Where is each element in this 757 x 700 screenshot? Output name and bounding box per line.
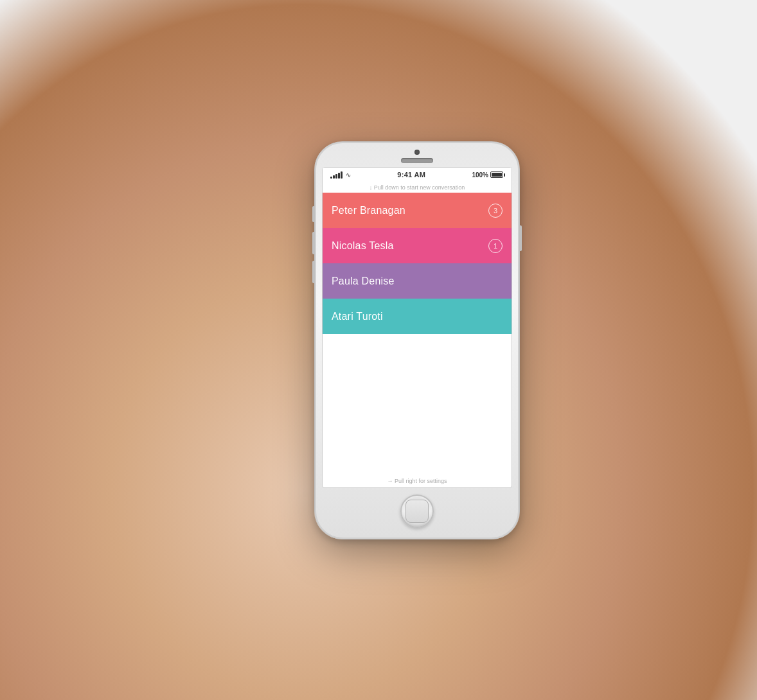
unread-badge-nicolas: 1 bbox=[488, 239, 503, 253]
pull-right-hint: → Pull right for settings bbox=[323, 475, 512, 487]
conversation-item-peter[interactable]: Peter Branagan 3 bbox=[323, 193, 512, 228]
conversation-item-nicolas[interactable]: Nicolas Tesla 1 bbox=[323, 228, 512, 263]
speaker bbox=[401, 158, 433, 163]
phone-screen: ∿ 9:41 AM 100% ↓ Pull down to start new … bbox=[322, 167, 512, 488]
status-right: 100% bbox=[472, 171, 505, 179]
battery-icon bbox=[490, 171, 505, 178]
conversation-item-paula[interactable]: Paula Denise bbox=[323, 263, 512, 299]
signal-bar-3 bbox=[335, 174, 337, 179]
signal-bar-4 bbox=[338, 173, 340, 179]
phone-body: ∿ 9:41 AM 100% ↓ Pull down to start new … bbox=[314, 141, 520, 539]
mute-button bbox=[312, 206, 315, 222]
status-bar: ∿ 9:41 AM 100% bbox=[323, 168, 512, 182]
signal-bar-5 bbox=[341, 171, 343, 179]
home-button[interactable] bbox=[400, 494, 434, 528]
status-left: ∿ bbox=[329, 171, 351, 179]
conversation-list: Peter Branagan 3 Nicolas Tesla 1 Paula D… bbox=[323, 193, 512, 334]
battery-percent: 100% bbox=[472, 171, 488, 179]
signal-bar-1 bbox=[330, 177, 332, 179]
wifi-icon: ∿ bbox=[346, 171, 351, 179]
status-time: 9:41 AM bbox=[397, 171, 425, 179]
contact-name-atari: Atari Turoti bbox=[332, 311, 503, 322]
contact-name-nicolas: Nicolas Tesla bbox=[332, 240, 488, 252]
empty-area bbox=[323, 334, 512, 475]
camera bbox=[414, 150, 420, 155]
phone-mockup: ∿ 9:41 AM 100% ↓ Pull down to start new … bbox=[314, 141, 520, 539]
home-button-inner bbox=[405, 500, 429, 523]
battery-body bbox=[490, 171, 503, 178]
power-button bbox=[519, 225, 522, 251]
pull-down-hint: ↓ Pull down to start new conversation bbox=[323, 182, 512, 193]
contact-name-peter: Peter Branagan bbox=[332, 205, 488, 216]
signal-bar-2 bbox=[333, 175, 335, 179]
phone-top bbox=[321, 150, 513, 163]
contact-name-paula: Paula Denise bbox=[332, 276, 503, 287]
volume-down-button bbox=[312, 261, 315, 283]
volume-up-button bbox=[312, 232, 315, 254]
battery-fill bbox=[492, 173, 502, 177]
conversation-item-atari[interactable]: Atari Turoti bbox=[323, 299, 512, 334]
unread-badge-peter: 3 bbox=[488, 204, 503, 218]
signal-icon bbox=[330, 171, 343, 179]
battery-tip bbox=[504, 173, 505, 177]
